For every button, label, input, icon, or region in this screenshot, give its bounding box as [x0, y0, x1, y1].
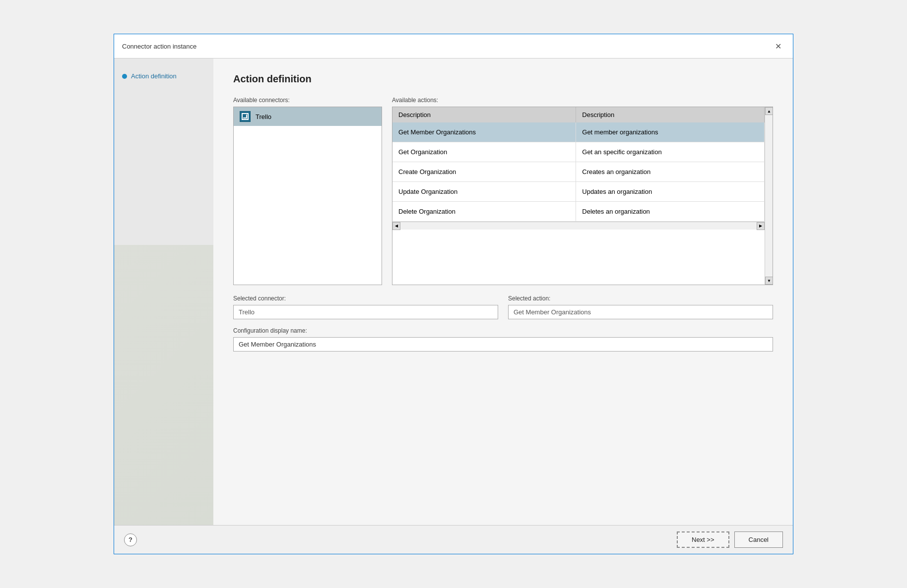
action-name: Create Organization — [392, 162, 576, 182]
table-row[interactable]: Delete Organization Deletes an organizat… — [392, 202, 765, 222]
title-bar: Connector action instance ✕ — [114, 34, 793, 59]
connector-name: Trello — [256, 113, 271, 120]
table-row[interactable]: Get Member Organizations Get member orga… — [392, 122, 765, 142]
col-header-name: Description — [392, 107, 576, 122]
connector-trello[interactable]: Trello — [234, 107, 382, 126]
action-name: Delete Organization — [392, 202, 576, 222]
trello-icon-inner — [242, 113, 249, 120]
footer-left: ? — [124, 533, 137, 546]
sidebar-item-action-definition[interactable]: Action definition — [114, 68, 213, 84]
dialog: Connector action instance ✕ Action defin… — [114, 34, 793, 554]
scroll-down-button[interactable]: ▼ — [765, 277, 773, 285]
actions-table-outer: Description Description Get Member Organ… — [392, 107, 773, 285]
sidebar-dot-icon — [122, 74, 127, 79]
action-description: Creates an organization — [576, 162, 765, 182]
dialog-body: Action definition Action definition Avai… — [114, 59, 793, 525]
actions-column: Available actions: Description Descripti… — [392, 97, 773, 285]
help-button[interactable]: ? — [124, 533, 137, 546]
action-name: Get Organization — [392, 142, 576, 162]
selected-connector-group: Selected connector: — [233, 295, 498, 319]
available-connectors-label: Available connectors: — [233, 97, 382, 104]
actions-header-row: Description Description — [392, 107, 765, 122]
main-content: Action definition Available connectors: … — [213, 59, 793, 525]
trello-icon — [240, 111, 251, 122]
connectors-actions-section: Available connectors: Trello Available a… — [233, 97, 773, 285]
action-description: Deletes an organization — [576, 202, 765, 222]
selected-fields-row: Selected connector: Selected action: — [233, 295, 773, 319]
col-header-desc: Description — [576, 107, 765, 122]
available-actions-label: Available actions: — [392, 97, 773, 104]
action-name: Get Member Organizations — [392, 122, 576, 142]
selected-action-label: Selected action: — [508, 295, 773, 302]
table-row[interactable]: Update Organization Updates an organizat… — [392, 182, 765, 202]
sidebar-background — [114, 245, 213, 525]
config-display-name-label: Configuration display name: — [233, 327, 773, 334]
connectors-column: Available connectors: Trello — [233, 97, 382, 285]
dialog-footer: ? Next >> Cancel — [114, 525, 793, 554]
action-name: Update Organization — [392, 182, 576, 202]
selected-action-input[interactable] — [508, 305, 773, 319]
selected-action-group: Selected action: — [508, 295, 773, 319]
footer-right: Next >> Cancel — [677, 531, 783, 548]
sidebar: Action definition — [114, 59, 213, 525]
actions-table: Description Description Get Member Organ… — [392, 107, 765, 222]
actions-table-main: Description Description Get Member Organ… — [392, 107, 765, 285]
action-description: Updates an organization — [576, 182, 765, 202]
scroll-track-vertical — [765, 115, 773, 277]
action-description: Get member organizations — [576, 122, 765, 142]
scroll-right-button[interactable]: ▶ — [757, 222, 765, 230]
close-button[interactable]: ✕ — [771, 39, 785, 53]
actions-table-body: Get Member Organizations Get member orga… — [392, 122, 765, 222]
scroll-left-button[interactable]: ◀ — [392, 222, 400, 230]
sidebar-item-label: Action definition — [131, 72, 177, 80]
scroll-up-button[interactable]: ▲ — [765, 107, 773, 115]
selected-connector-input[interactable] — [233, 305, 498, 319]
table-row[interactable]: Get Organization Get an specific organiz… — [392, 142, 765, 162]
cancel-button[interactable]: Cancel — [734, 531, 783, 548]
selected-connector-label: Selected connector: — [233, 295, 498, 302]
next-button[interactable]: Next >> — [677, 531, 729, 548]
actions-table-head: Description Description — [392, 107, 765, 122]
horizontal-scrollbar[interactable]: ◀ ▶ — [392, 222, 765, 230]
table-row[interactable]: Create Organization Creates an organizat… — [392, 162, 765, 182]
page-title: Action definition — [233, 73, 773, 85]
action-description: Get an specific organization — [576, 142, 765, 162]
config-display-name-group: Configuration display name: — [233, 327, 773, 352]
dialog-title: Connector action instance — [122, 43, 196, 50]
vertical-scrollbar[interactable]: ▲ ▼ — [765, 107, 773, 285]
config-display-name-input[interactable] — [233, 337, 773, 352]
connectors-list[interactable]: Trello — [233, 107, 382, 285]
